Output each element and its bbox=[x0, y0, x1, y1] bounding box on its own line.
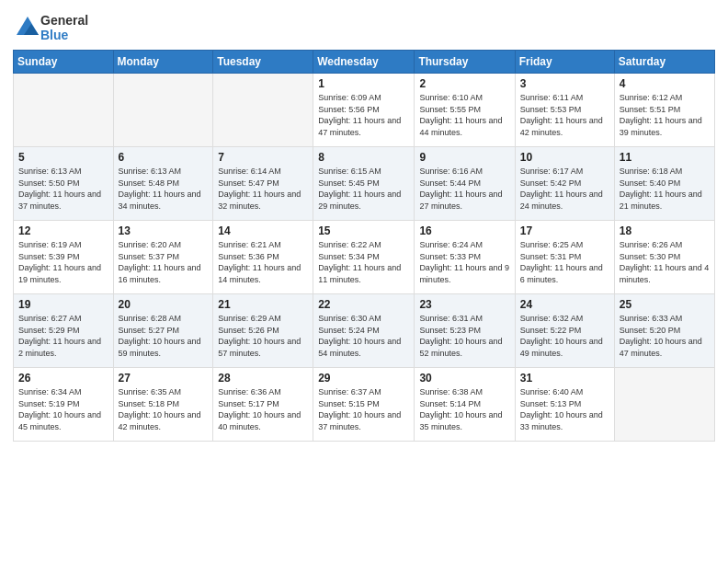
calendar-day-cell: 13Sunrise: 6:20 AM Sunset: 5:37 PM Dayli… bbox=[113, 221, 213, 294]
day-number: 20 bbox=[119, 298, 209, 311]
day-number: 13 bbox=[119, 224, 209, 237]
calendar-week-row: 19Sunrise: 6:27 AM Sunset: 5:29 PM Dayli… bbox=[14, 294, 715, 368]
day-number: 31 bbox=[520, 372, 609, 385]
calendar-day-cell: 18Sunrise: 6:26 AM Sunset: 5:30 PM Dayli… bbox=[614, 221, 714, 294]
day-header-tuesday: Tuesday bbox=[213, 51, 313, 74]
day-number: 6 bbox=[119, 151, 209, 164]
calendar-day-cell bbox=[614, 368, 714, 442]
calendar-day-cell: 28Sunrise: 6:36 AM Sunset: 5:17 PM Dayli… bbox=[213, 368, 313, 442]
day-number: 9 bbox=[419, 151, 509, 164]
day-number: 24 bbox=[520, 298, 609, 311]
day-number: 15 bbox=[318, 224, 409, 237]
day-info: Sunrise: 6:21 AM Sunset: 5:36 PM Dayligh… bbox=[218, 239, 308, 285]
calendar-week-row: 12Sunrise: 6:19 AM Sunset: 5:39 PM Dayli… bbox=[14, 221, 715, 294]
day-number: 25 bbox=[620, 298, 710, 311]
day-info: Sunrise: 6:28 AM Sunset: 5:27 PM Dayligh… bbox=[119, 313, 209, 359]
day-info: Sunrise: 6:13 AM Sunset: 5:50 PM Dayligh… bbox=[18, 166, 108, 212]
day-info: Sunrise: 6:26 AM Sunset: 5:30 PM Dayligh… bbox=[620, 239, 710, 285]
day-info: Sunrise: 6:19 AM Sunset: 5:39 PM Dayligh… bbox=[18, 239, 108, 285]
day-number: 12 bbox=[18, 224, 108, 237]
day-header-wednesday: Wednesday bbox=[313, 51, 415, 74]
day-info: Sunrise: 6:40 AM Sunset: 5:13 PM Dayligh… bbox=[520, 386, 609, 432]
day-number: 11 bbox=[620, 151, 710, 164]
day-info: Sunrise: 6:14 AM Sunset: 5:47 PM Dayligh… bbox=[218, 166, 308, 212]
calendar-week-row: 26Sunrise: 6:34 AM Sunset: 5:19 PM Dayli… bbox=[14, 368, 715, 442]
day-number: 1 bbox=[318, 77, 409, 90]
day-info: Sunrise: 6:27 AM Sunset: 5:29 PM Dayligh… bbox=[18, 313, 108, 359]
calendar-day-cell: 16Sunrise: 6:24 AM Sunset: 5:33 PM Dayli… bbox=[415, 221, 515, 294]
calendar-day-cell: 1Sunrise: 6:09 AM Sunset: 5:56 PM Daylig… bbox=[313, 74, 415, 147]
day-number: 30 bbox=[419, 372, 509, 385]
day-number: 10 bbox=[520, 151, 609, 164]
day-number: 14 bbox=[218, 224, 308, 237]
day-info: Sunrise: 6:20 AM Sunset: 5:37 PM Dayligh… bbox=[119, 239, 209, 285]
day-info: Sunrise: 6:31 AM Sunset: 5:23 PM Dayligh… bbox=[419, 313, 509, 359]
day-info: Sunrise: 6:13 AM Sunset: 5:48 PM Dayligh… bbox=[119, 166, 209, 212]
day-number: 19 bbox=[18, 298, 108, 311]
calendar-day-cell: 2Sunrise: 6:10 AM Sunset: 5:55 PM Daylig… bbox=[415, 74, 515, 147]
calendar-day-cell: 27Sunrise: 6:35 AM Sunset: 5:18 PM Dayli… bbox=[113, 368, 213, 442]
day-number: 23 bbox=[419, 298, 509, 311]
day-info: Sunrise: 6:30 AM Sunset: 5:24 PM Dayligh… bbox=[318, 313, 409, 359]
logo-icon bbox=[15, 15, 40, 40]
day-header-saturday: Saturday bbox=[614, 51, 714, 74]
calendar-day-cell: 4Sunrise: 6:12 AM Sunset: 5:51 PM Daylig… bbox=[614, 74, 714, 147]
calendar-day-cell: 22Sunrise: 6:30 AM Sunset: 5:24 PM Dayli… bbox=[313, 294, 415, 368]
calendar-day-cell: 24Sunrise: 6:32 AM Sunset: 5:22 PM Dayli… bbox=[515, 294, 614, 368]
day-header-friday: Friday bbox=[515, 51, 614, 74]
day-number: 21 bbox=[218, 298, 308, 311]
calendar-day-cell: 15Sunrise: 6:22 AM Sunset: 5:34 PM Dayli… bbox=[313, 221, 415, 294]
day-info: Sunrise: 6:11 AM Sunset: 5:53 PM Dayligh… bbox=[520, 92, 609, 138]
day-number: 28 bbox=[218, 372, 308, 385]
calendar-day-cell: 14Sunrise: 6:21 AM Sunset: 5:36 PM Dayli… bbox=[213, 221, 313, 294]
day-number: 5 bbox=[18, 151, 108, 164]
calendar-day-cell: 9Sunrise: 6:16 AM Sunset: 5:44 PM Daylig… bbox=[415, 147, 515, 221]
day-info: Sunrise: 6:15 AM Sunset: 5:45 PM Dayligh… bbox=[318, 166, 409, 212]
day-info: Sunrise: 6:36 AM Sunset: 5:17 PM Dayligh… bbox=[218, 386, 308, 432]
calendar-week-row: 1Sunrise: 6:09 AM Sunset: 5:56 PM Daylig… bbox=[14, 74, 715, 147]
day-number: 29 bbox=[318, 372, 409, 385]
calendar-day-cell: 31Sunrise: 6:40 AM Sunset: 5:13 PM Dayli… bbox=[515, 368, 614, 442]
calendar-week-row: 5Sunrise: 6:13 AM Sunset: 5:50 PM Daylig… bbox=[14, 147, 715, 221]
day-info: Sunrise: 6:10 AM Sunset: 5:55 PM Dayligh… bbox=[419, 92, 509, 138]
day-info: Sunrise: 6:22 AM Sunset: 5:34 PM Dayligh… bbox=[318, 239, 409, 285]
day-info: Sunrise: 6:17 AM Sunset: 5:42 PM Dayligh… bbox=[520, 166, 609, 212]
day-info: Sunrise: 6:33 AM Sunset: 5:20 PM Dayligh… bbox=[620, 313, 710, 359]
day-header-sunday: Sunday bbox=[14, 51, 114, 74]
calendar-day-cell: 21Sunrise: 6:29 AM Sunset: 5:26 PM Dayli… bbox=[213, 294, 313, 368]
calendar-day-cell: 30Sunrise: 6:38 AM Sunset: 5:14 PM Dayli… bbox=[415, 368, 515, 442]
calendar-day-cell: 20Sunrise: 6:28 AM Sunset: 5:27 PM Dayli… bbox=[113, 294, 213, 368]
calendar-day-cell: 11Sunrise: 6:18 AM Sunset: 5:40 PM Dayli… bbox=[614, 147, 714, 221]
day-number: 18 bbox=[620, 224, 710, 237]
calendar-day-cell: 29Sunrise: 6:37 AM Sunset: 5:15 PM Dayli… bbox=[313, 368, 415, 442]
page-container: General Blue SundayMondayTuesdayWednesda… bbox=[0, 0, 728, 451]
day-number: 22 bbox=[318, 298, 409, 311]
calendar-day-cell: 26Sunrise: 6:34 AM Sunset: 5:19 PM Dayli… bbox=[14, 368, 114, 442]
day-number: 8 bbox=[318, 151, 409, 164]
day-info: Sunrise: 6:29 AM Sunset: 5:26 PM Dayligh… bbox=[218, 313, 308, 359]
day-header-thursday: Thursday bbox=[415, 51, 515, 74]
day-number: 16 bbox=[419, 224, 509, 237]
day-number: 17 bbox=[520, 224, 609, 237]
day-info: Sunrise: 6:35 AM Sunset: 5:18 PM Dayligh… bbox=[119, 386, 209, 432]
calendar-day-cell: 25Sunrise: 6:33 AM Sunset: 5:20 PM Dayli… bbox=[614, 294, 714, 368]
day-info: Sunrise: 6:24 AM Sunset: 5:33 PM Dayligh… bbox=[419, 239, 509, 285]
calendar-day-cell: 12Sunrise: 6:19 AM Sunset: 5:39 PM Dayli… bbox=[14, 221, 114, 294]
calendar-day-cell: 17Sunrise: 6:25 AM Sunset: 5:31 PM Dayli… bbox=[515, 221, 614, 294]
calendar-header-row: SundayMondayTuesdayWednesdayThursdayFrid… bbox=[14, 51, 715, 74]
logo-text: General Blue bbox=[40, 13, 88, 42]
calendar-day-cell bbox=[14, 74, 114, 147]
day-header-monday: Monday bbox=[113, 51, 213, 74]
day-number: 4 bbox=[620, 77, 710, 90]
day-info: Sunrise: 6:16 AM Sunset: 5:44 PM Dayligh… bbox=[419, 166, 509, 212]
calendar-day-cell: 6Sunrise: 6:13 AM Sunset: 5:48 PM Daylig… bbox=[113, 147, 213, 221]
day-number: 3 bbox=[520, 77, 609, 90]
day-info: Sunrise: 6:18 AM Sunset: 5:40 PM Dayligh… bbox=[620, 166, 710, 212]
day-number: 2 bbox=[419, 77, 509, 90]
day-number: 27 bbox=[119, 372, 209, 385]
day-info: Sunrise: 6:25 AM Sunset: 5:31 PM Dayligh… bbox=[520, 239, 609, 285]
day-info: Sunrise: 6:12 AM Sunset: 5:51 PM Dayligh… bbox=[620, 92, 710, 138]
calendar-day-cell: 10Sunrise: 6:17 AM Sunset: 5:42 PM Dayli… bbox=[515, 147, 614, 221]
day-number: 26 bbox=[18, 372, 108, 385]
day-info: Sunrise: 6:38 AM Sunset: 5:14 PM Dayligh… bbox=[419, 386, 509, 432]
